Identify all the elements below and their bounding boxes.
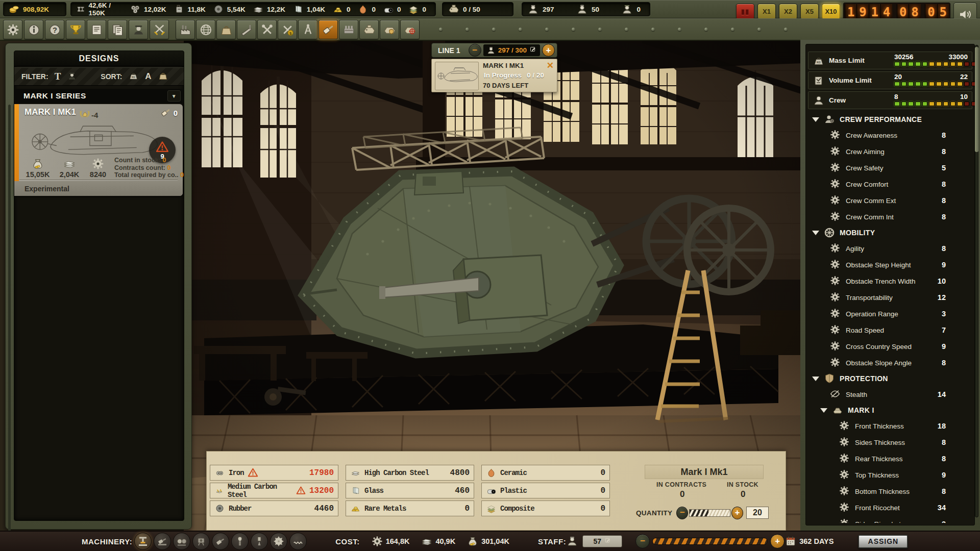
worker-icon <box>527 4 539 15</box>
line-workers-plus-button[interactable]: + <box>542 44 555 57</box>
sort-weight-button[interactable]: KG <box>128 70 139 83</box>
toolbar-supplies-button[interactable] <box>216 20 236 39</box>
machine-forge-button[interactable] <box>154 533 171 550</box>
toolbar-trophy-button[interactable] <box>66 20 85 39</box>
toolbar-tank-armor-button[interactable] <box>380 20 399 39</box>
machine-press-button[interactable] <box>134 533 152 550</box>
stealth-icon <box>829 388 841 399</box>
speed-x1-button[interactable]: X1 <box>757 4 776 19</box>
design-card-mark-i-mk1[interactable]: MARK I MK1 -4 0 9 <box>14 104 183 196</box>
toolbar-engine-button[interactable] <box>339 20 358 39</box>
machine-spring-button[interactable] <box>289 533 307 550</box>
speed-x5-button[interactable]: X5 <box>800 4 819 19</box>
toolbar-settings-button[interactable] <box>3 20 22 39</box>
queue-item-name: MARK I MK1 <box>483 62 524 69</box>
stat-label: Cross Country Speed <box>846 343 912 350</box>
stat-value: 8 <box>942 147 946 156</box>
quantity-minus-button[interactable]: − <box>676 507 688 519</box>
designs-scrollbar[interactable] <box>8 105 11 551</box>
quantity-slider[interactable] <box>689 509 730 517</box>
series-header[interactable]: MARK I SERIES ▼ <box>14 89 184 103</box>
toolbar-info-button[interactable] <box>24 20 43 39</box>
section-crew-performance[interactable]: CREW PERFORMANCE <box>808 112 972 127</box>
machine-roller-button[interactable] <box>173 533 190 550</box>
gear-icon <box>371 535 383 547</box>
filter-crew-button[interactable] <box>67 71 77 83</box>
toolbar-tank-button[interactable] <box>359 20 379 39</box>
toolbar-agents-button[interactable] <box>129 20 148 39</box>
toolbar-news-button[interactable] <box>87 20 106 39</box>
tank-ricochet-s-icon <box>839 518 850 523</box>
filter-type-button[interactable]: T <box>55 71 61 82</box>
design-build-count: 0 <box>160 107 178 118</box>
filter-label: FILTER: <box>21 72 48 81</box>
machine-welder-button[interactable] <box>192 533 210 550</box>
sort-alpha-button[interactable]: A <box>145 71 151 82</box>
resource-rubber-roll: 5,54K <box>213 4 250 15</box>
toolbar-battle-button[interactable] <box>150 20 169 39</box>
toolbar-tools-button[interactable] <box>257 20 277 39</box>
line-queue-item[interactable]: MARK I MK1 In Progress0 / 20 70 DAYS LEF… <box>431 59 557 92</box>
toolbar-help-button[interactable]: ? <box>45 20 64 39</box>
in-stock-value: 0 <box>741 489 745 499</box>
tank-target-icon <box>403 23 417 37</box>
queue-item-close-button[interactable]: ✕ <box>547 60 554 71</box>
design-cost: 15,05K <box>21 157 54 179</box>
stats-scrollbar-thumb[interactable] <box>975 47 978 152</box>
toolbar-ramp-button[interactable] <box>237 20 256 39</box>
staff-plus-button[interactable]: + <box>770 534 785 548</box>
toolbar-tank-target-button[interactable] <box>400 20 420 39</box>
section-mobility[interactable]: MOBILITY <box>808 225 972 240</box>
wheel-agility-icon <box>829 242 841 254</box>
coins-icon <box>9 4 20 15</box>
quantity-label: QUANTITY <box>636 509 672 517</box>
stat-row-crew-comm-int: Crew Comm Int8 <box>808 209 972 225</box>
resource-plastic: 0 <box>383 4 405 15</box>
toolbar-maintenance-button[interactable]: $ <box>278 20 297 39</box>
production-icon <box>322 23 335 37</box>
pause-button[interactable]: ▮▮ <box>736 4 754 19</box>
tank-roof-icon <box>839 469 850 480</box>
toolbar-factory-button[interactable] <box>176 20 195 39</box>
laurel-icon <box>78 108 91 121</box>
edit-icon[interactable] <box>529 46 537 55</box>
in-stock-label: IN STOCK <box>727 481 758 488</box>
queue-item-status: In Progress0 / 20 <box>484 71 544 79</box>
machine-saw-button[interactable] <box>270 533 287 550</box>
speed-x10-button[interactable]: X10 <box>822 4 840 19</box>
series-collapse-button[interactable]: ▼ <box>167 90 181 102</box>
tank-side-icon <box>839 436 850 447</box>
section-mark-i[interactable]: MARK I <box>816 403 972 418</box>
sort-cost-button[interactable] <box>158 70 168 83</box>
staff-minus-button[interactable]: − <box>635 534 650 548</box>
toolbar-production-button[interactable] <box>318 20 338 39</box>
staff-input[interactable]: 57 <box>582 535 622 547</box>
section-protection[interactable]: PROTECTION <box>808 371 972 386</box>
line-workers-minus-button[interactable]: − <box>469 44 481 57</box>
rare-metals-icon <box>350 503 361 514</box>
toolbar-world-button[interactable] <box>196 20 215 39</box>
assign-button[interactable]: ASSIGN <box>858 535 908 548</box>
machine-paint-button[interactable] <box>212 533 229 550</box>
machine-drill-button[interactable] <box>251 533 268 550</box>
ceramic-icon <box>486 467 497 478</box>
stat-value: 9 <box>942 261 946 269</box>
stat-value: 8 <box>942 487 946 495</box>
money-value: 908,92K <box>23 6 49 13</box>
machine-bolt-button[interactable] <box>231 533 249 550</box>
staff-slider[interactable] <box>652 538 768 545</box>
quantity-plus-button[interactable]: + <box>731 507 743 519</box>
stat-row-bottom-thickness: Bottom Thickness8 <box>808 483 972 499</box>
line-title: LINE 1 <box>438 46 460 55</box>
stat-value: 8 <box>942 455 946 463</box>
stat-label: Operation Range <box>846 310 898 318</box>
svg-text:$: $ <box>289 31 291 35</box>
cost-steel-sheets: 40,9K <box>421 535 455 547</box>
toolbar-contracts-button[interactable] <box>108 20 127 39</box>
design-category: Experimental <box>14 181 183 196</box>
glass-icon <box>292 4 304 15</box>
speed-x2-button[interactable]: X2 <box>779 4 797 19</box>
limit-mass-limit: KGMass Limit3025633000 <box>808 52 972 69</box>
tank-armor-icon <box>383 23 397 37</box>
toolbar-design-button[interactable] <box>298 20 317 39</box>
